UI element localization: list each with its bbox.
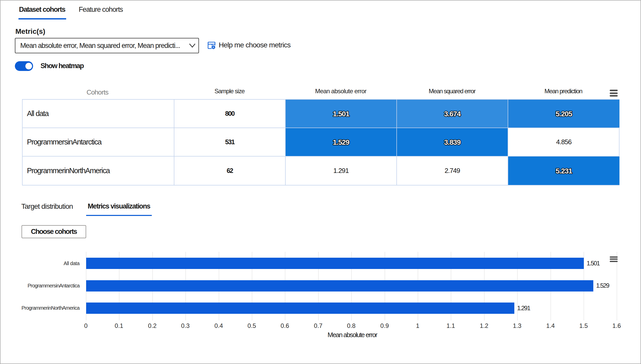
svg-text:5.205: 5.205	[556, 110, 572, 118]
svg-text:1.501: 1.501	[333, 110, 349, 118]
svg-text:5.231: 5.231	[556, 167, 572, 175]
svg-text:1.529: 1.529	[333, 138, 349, 146]
svg-text:3.839: 3.839	[444, 138, 461, 146]
svg-text:3.674: 3.674	[444, 110, 461, 118]
